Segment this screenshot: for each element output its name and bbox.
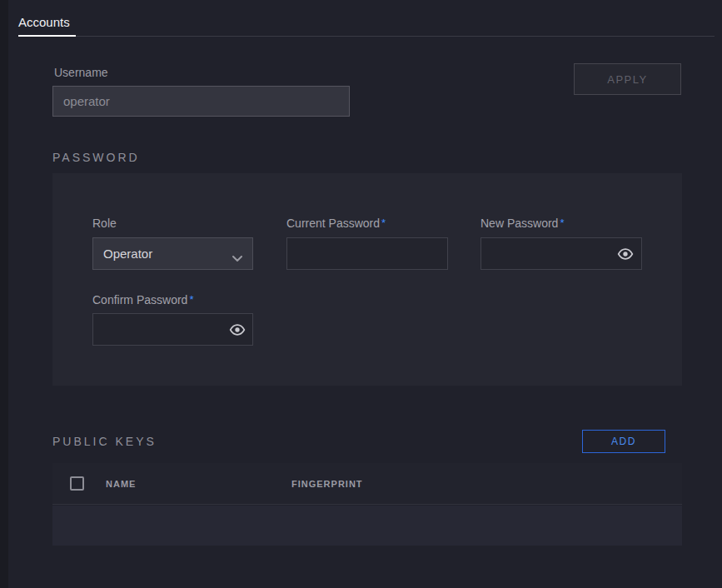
required-marker: * [381,217,386,229]
apply-button[interactable]: APPLY [574,63,681,95]
column-header-name: NAME [106,479,136,489]
tab-divider [18,36,715,37]
role-select[interactable]: Operator [92,237,253,270]
tab-accounts[interactable]: Accounts [18,15,70,29]
public-keys-empty-row [52,506,682,546]
column-header-fingerprint: FINGERPRINT [291,479,363,489]
required-marker: * [560,217,564,229]
public-keys-table-header: NAME FINGERPRINT [52,463,682,505]
new-password-label: New Password* [481,217,564,230]
password-section-title: PASSWORD [52,151,140,164]
show-password-icon[interactable] [229,321,246,338]
chevron-down-icon [232,251,242,265]
select-all-checkbox[interactable] [70,476,84,491]
password-panel [52,173,682,386]
left-edge [0,0,8,588]
confirm-password-label: Confirm Password* [92,293,193,306]
show-password-icon[interactable] [617,246,634,262]
username-label: Username [54,66,108,79]
role-label: Role [92,217,117,230]
add-public-key-button[interactable]: ADD [582,430,665,453]
required-marker: * [189,293,193,306]
username-input[interactable] [52,86,350,117]
public-keys-section-title: PUBLIC KEYS [52,435,157,448]
current-password-label: Current Password* [286,217,386,230]
role-select-value: Operator [103,247,152,261]
tab-active-underline [18,35,76,37]
current-password-input[interactable] [286,237,448,270]
accounts-page: Accounts Username APPLY PASSWORD Role Op… [0,0,722,588]
